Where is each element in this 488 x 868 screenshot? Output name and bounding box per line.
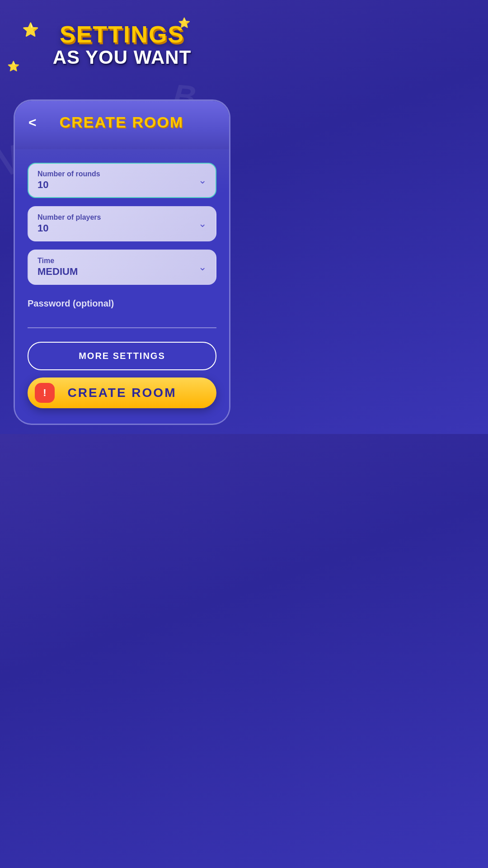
warning-badge: ! [35,383,55,403]
settings-title: SETTINGS [53,23,192,46]
players-value: 10 [38,222,206,234]
rounds-chevron-icon: ⌄ [198,175,206,186]
time-select[interactable]: Time MEDIUM ⌄ [28,250,216,285]
star-1: ⭐ [22,22,39,38]
rounds-value: 10 [38,179,206,191]
more-settings-button[interactable]: MORE SETTINGS [28,342,216,370]
page-header: SETTINGS AS YOU WANT [53,23,192,69]
back-button[interactable]: < [28,116,37,129]
time-value: MEDIUM [38,266,206,278]
rounds-label: Number of rounds [38,170,206,178]
card-body: Number of rounds 10 ⌄ Number of players … [15,149,229,294]
password-label: Password (optional) [28,298,216,309]
card-footer: MORE SETTINGS ! CREATE ROOM [15,333,229,421]
password-input[interactable] [28,312,216,328]
players-label: Number of players [38,213,206,222]
create-room-label: CREATE ROOM [68,386,177,400]
star-3: ⭐ [7,61,19,72]
players-select[interactable]: Number of players 10 ⌄ [28,206,216,241]
create-room-button[interactable]: ! CREATE ROOM [28,377,216,408]
players-chevron-icon: ⌄ [198,218,206,230]
card-header: < CREATE ROOM [15,101,229,149]
warning-icon: ! [43,387,46,399]
settings-subtitle: AS YOU WANT [53,46,192,69]
time-label: Time [38,257,206,265]
rounds-select[interactable]: Number of rounds 10 ⌄ [28,163,216,198]
time-chevron-icon: ⌄ [198,261,206,273]
card-title: CREATE ROOM [46,113,197,131]
password-section: Password (optional) [15,294,229,333]
main-card: < CREATE ROOM Number of rounds 10 ⌄ Numb… [14,99,230,425]
